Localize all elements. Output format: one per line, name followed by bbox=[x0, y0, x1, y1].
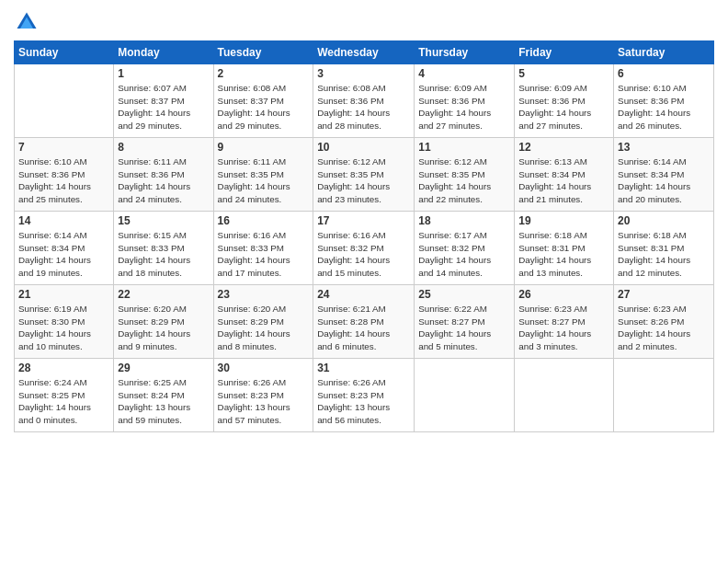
day-cell: 24Sunrise: 6:21 AM Sunset: 8:28 PM Dayli… bbox=[313, 285, 415, 359]
day-number: 7 bbox=[18, 141, 109, 154]
day-cell: 16Sunrise: 6:16 AM Sunset: 8:33 PM Dayli… bbox=[213, 212, 313, 285]
day-cell: 2Sunrise: 6:08 AM Sunset: 8:37 PM Daylig… bbox=[213, 64, 313, 138]
day-info: Sunrise: 6:10 AM Sunset: 8:36 PM Dayligh… bbox=[618, 82, 710, 132]
day-info: Sunrise: 6:26 AM Sunset: 8:23 PM Dayligh… bbox=[218, 376, 310, 427]
day-info: Sunrise: 6:16 AM Sunset: 8:32 PM Dayligh… bbox=[317, 229, 410, 280]
week-row: 1Sunrise: 6:07 AM Sunset: 8:37 PM Daylig… bbox=[15, 64, 714, 138]
day-cell bbox=[515, 359, 614, 432]
day-cell: 18Sunrise: 6:17 AM Sunset: 8:32 PM Dayli… bbox=[415, 212, 515, 285]
day-number: 23 bbox=[218, 288, 310, 301]
day-cell: 26Sunrise: 6:23 AM Sunset: 8:27 PM Dayli… bbox=[515, 285, 614, 359]
day-info: Sunrise: 6:09 AM Sunset: 8:36 PM Dayligh… bbox=[418, 82, 510, 132]
header-cell-monday: Monday bbox=[114, 41, 213, 64]
day-number: 4 bbox=[418, 67, 510, 80]
day-info: Sunrise: 6:11 AM Sunset: 8:36 PM Dayligh… bbox=[118, 155, 209, 206]
day-number: 9 bbox=[218, 141, 310, 154]
day-number: 14 bbox=[18, 214, 109, 227]
day-number: 24 bbox=[317, 288, 410, 301]
day-info: Sunrise: 6:08 AM Sunset: 8:37 PM Dayligh… bbox=[218, 82, 310, 132]
day-cell: 31Sunrise: 6:26 AM Sunset: 8:23 PM Dayli… bbox=[313, 359, 415, 432]
day-number: 18 bbox=[418, 214, 510, 227]
day-cell: 8Sunrise: 6:11 AM Sunset: 8:36 PM Daylig… bbox=[114, 138, 213, 212]
header-row: SundayMondayTuesdayWednesdayThursdayFrid… bbox=[15, 41, 714, 64]
day-number: 16 bbox=[218, 214, 310, 227]
day-info: Sunrise: 6:19 AM Sunset: 8:30 PM Dayligh… bbox=[18, 303, 109, 353]
day-info: Sunrise: 6:16 AM Sunset: 8:33 PM Dayligh… bbox=[218, 229, 310, 280]
day-info: Sunrise: 6:10 AM Sunset: 8:36 PM Dayligh… bbox=[18, 155, 109, 206]
day-info: Sunrise: 6:08 AM Sunset: 8:36 PM Dayligh… bbox=[317, 82, 410, 132]
day-cell: 23Sunrise: 6:20 AM Sunset: 8:29 PM Dayli… bbox=[213, 285, 313, 359]
day-info: Sunrise: 6:21 AM Sunset: 8:28 PM Dayligh… bbox=[317, 303, 410, 353]
header-cell-tuesday: Tuesday bbox=[213, 41, 313, 64]
day-info: Sunrise: 6:13 AM Sunset: 8:34 PM Dayligh… bbox=[518, 155, 609, 206]
week-row: 14Sunrise: 6:14 AM Sunset: 8:34 PM Dayli… bbox=[15, 212, 714, 285]
day-info: Sunrise: 6:15 AM Sunset: 8:33 PM Dayligh… bbox=[118, 229, 209, 280]
day-number: 30 bbox=[218, 362, 310, 374]
day-info: Sunrise: 6:14 AM Sunset: 8:34 PM Dayligh… bbox=[18, 229, 109, 280]
day-number: 2 bbox=[218, 67, 310, 80]
day-info: Sunrise: 6:25 AM Sunset: 8:24 PM Dayligh… bbox=[118, 376, 209, 427]
day-cell: 20Sunrise: 6:18 AM Sunset: 8:31 PM Dayli… bbox=[614, 212, 714, 285]
day-info: Sunrise: 6:11 AM Sunset: 8:35 PM Dayligh… bbox=[218, 155, 310, 206]
day-cell: 21Sunrise: 6:19 AM Sunset: 8:30 PM Dayli… bbox=[15, 285, 114, 359]
day-number: 11 bbox=[418, 141, 510, 154]
day-number: 15 bbox=[118, 214, 209, 227]
day-cell: 6Sunrise: 6:10 AM Sunset: 8:36 PM Daylig… bbox=[614, 64, 714, 138]
day-number: 26 bbox=[518, 288, 609, 301]
day-cell: 17Sunrise: 6:16 AM Sunset: 8:32 PM Dayli… bbox=[313, 212, 415, 285]
header-cell-sunday: Sunday bbox=[15, 41, 114, 64]
day-number: 17 bbox=[317, 214, 410, 227]
logo bbox=[14, 9, 43, 35]
week-row: 21Sunrise: 6:19 AM Sunset: 8:30 PM Dayli… bbox=[15, 285, 714, 359]
day-number: 20 bbox=[618, 214, 710, 227]
day-number: 22 bbox=[118, 288, 209, 301]
day-info: Sunrise: 6:24 AM Sunset: 8:25 PM Dayligh… bbox=[18, 376, 109, 427]
day-info: Sunrise: 6:14 AM Sunset: 8:34 PM Dayligh… bbox=[618, 155, 710, 206]
day-cell: 9Sunrise: 6:11 AM Sunset: 8:35 PM Daylig… bbox=[213, 138, 313, 212]
day-cell: 27Sunrise: 6:23 AM Sunset: 8:26 PM Dayli… bbox=[614, 285, 714, 359]
day-number: 8 bbox=[118, 141, 209, 154]
day-cell: 5Sunrise: 6:09 AM Sunset: 8:36 PM Daylig… bbox=[515, 64, 614, 138]
day-info: Sunrise: 6:07 AM Sunset: 8:37 PM Dayligh… bbox=[118, 82, 209, 132]
header-cell-thursday: Thursday bbox=[415, 41, 515, 64]
day-cell: 10Sunrise: 6:12 AM Sunset: 8:35 PM Dayli… bbox=[313, 138, 415, 212]
day-info: Sunrise: 6:26 AM Sunset: 8:23 PM Dayligh… bbox=[317, 376, 410, 427]
week-row: 28Sunrise: 6:24 AM Sunset: 8:25 PM Dayli… bbox=[15, 359, 714, 432]
day-info: Sunrise: 6:17 AM Sunset: 8:32 PM Dayligh… bbox=[418, 229, 510, 280]
day-number: 6 bbox=[618, 67, 710, 80]
day-number: 19 bbox=[518, 214, 609, 227]
day-number: 31 bbox=[317, 362, 410, 374]
day-number: 27 bbox=[618, 288, 710, 301]
day-cell: 28Sunrise: 6:24 AM Sunset: 8:25 PM Dayli… bbox=[15, 359, 114, 432]
day-number: 3 bbox=[317, 67, 410, 80]
calendar-table: SundayMondayTuesdayWednesdayThursdayFrid… bbox=[14, 40, 714, 432]
day-cell: 11Sunrise: 6:12 AM Sunset: 8:35 PM Dayli… bbox=[415, 138, 515, 212]
day-cell: 4Sunrise: 6:09 AM Sunset: 8:36 PM Daylig… bbox=[415, 64, 515, 138]
header-cell-wednesday: Wednesday bbox=[313, 41, 415, 64]
day-cell: 13Sunrise: 6:14 AM Sunset: 8:34 PM Dayli… bbox=[614, 138, 714, 212]
header-cell-friday: Friday bbox=[515, 41, 614, 64]
day-cell: 15Sunrise: 6:15 AM Sunset: 8:33 PM Dayli… bbox=[114, 212, 213, 285]
day-number: 25 bbox=[418, 288, 510, 301]
day-cell bbox=[15, 64, 114, 138]
day-info: Sunrise: 6:18 AM Sunset: 8:31 PM Dayligh… bbox=[518, 229, 609, 280]
day-info: Sunrise: 6:20 AM Sunset: 8:29 PM Dayligh… bbox=[118, 303, 209, 353]
day-number: 29 bbox=[118, 362, 209, 374]
day-info: Sunrise: 6:23 AM Sunset: 8:27 PM Dayligh… bbox=[518, 303, 609, 353]
day-cell: 14Sunrise: 6:14 AM Sunset: 8:34 PM Dayli… bbox=[15, 212, 114, 285]
day-cell: 3Sunrise: 6:08 AM Sunset: 8:36 PM Daylig… bbox=[313, 64, 415, 138]
header bbox=[14, 9, 714, 35]
day-cell bbox=[415, 359, 515, 432]
week-row: 7Sunrise: 6:10 AM Sunset: 8:36 PM Daylig… bbox=[15, 138, 714, 212]
logo-icon bbox=[14, 9, 40, 35]
day-number: 1 bbox=[118, 67, 209, 80]
day-cell: 25Sunrise: 6:22 AM Sunset: 8:27 PM Dayli… bbox=[415, 285, 515, 359]
day-info: Sunrise: 6:22 AM Sunset: 8:27 PM Dayligh… bbox=[418, 303, 510, 353]
day-cell: 1Sunrise: 6:07 AM Sunset: 8:37 PM Daylig… bbox=[114, 64, 213, 138]
day-cell: 7Sunrise: 6:10 AM Sunset: 8:36 PM Daylig… bbox=[15, 138, 114, 212]
day-number: 13 bbox=[618, 141, 710, 154]
day-number: 21 bbox=[18, 288, 109, 301]
day-info: Sunrise: 6:12 AM Sunset: 8:35 PM Dayligh… bbox=[418, 155, 510, 206]
day-info: Sunrise: 6:23 AM Sunset: 8:26 PM Dayligh… bbox=[618, 303, 710, 353]
day-number: 10 bbox=[317, 141, 410, 154]
